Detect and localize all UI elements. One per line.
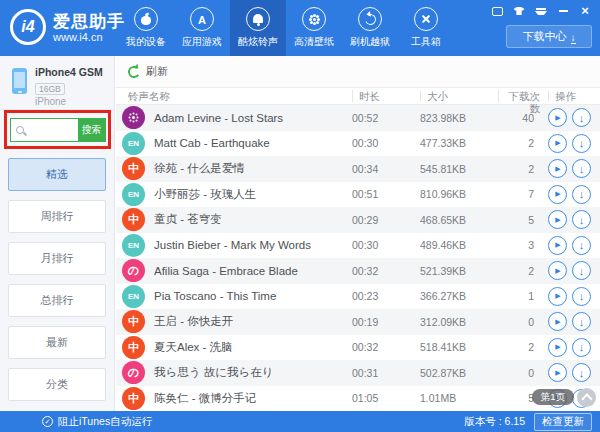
ringtone-duration: 00:31 bbox=[352, 367, 420, 379]
table-row: の Afilia Saga - Embrace Blade 00:32 521.… bbox=[116, 258, 600, 284]
skin-theme-icon[interactable] bbox=[513, 5, 525, 17]
download-center-button[interactable]: 下载中心 bbox=[506, 25, 592, 48]
ringtone-panel: 刷新 铃声名称 时长 大小 下载次数 操作 Adam Levine - Lost… bbox=[116, 56, 600, 411]
table-row: EN 小野丽莎 - 玫瑰人生 00:51 810.96KB 7 bbox=[116, 182, 600, 208]
sidebar-category-button[interactable]: 月排行 bbox=[8, 242, 106, 275]
download-button[interactable] bbox=[572, 261, 591, 280]
sidebar-category-button[interactable]: 周排行 bbox=[8, 200, 106, 233]
column-actions: 操作 bbox=[548, 90, 600, 102]
category-menu: 精选周排行月排行总排行最新分类 bbox=[8, 158, 106, 401]
chinese-category-icon: 中 bbox=[122, 157, 145, 180]
download-button[interactable] bbox=[572, 236, 591, 255]
play-button[interactable] bbox=[548, 236, 567, 255]
ringtone-downloads: 2 bbox=[498, 265, 548, 277]
download-button[interactable] bbox=[572, 185, 591, 204]
play-button[interactable] bbox=[548, 210, 567, 229]
nav-label: 刷机越狱 bbox=[350, 35, 390, 49]
logo-i4-icon: i4 bbox=[10, 9, 46, 45]
download-button[interactable] bbox=[572, 338, 591, 357]
table-header: 铃声名称 时长 大小 下载次数 操作 bbox=[116, 88, 600, 105]
ringtone-downloads: 1 bbox=[498, 290, 548, 302]
play-button[interactable] bbox=[548, 363, 567, 382]
main-menu-icon[interactable] bbox=[535, 5, 547, 17]
ringtone-size: 468.65KB bbox=[420, 214, 498, 226]
app-title: 爱思助手 bbox=[53, 12, 125, 31]
check-update-button[interactable]: 检查更新 bbox=[534, 413, 592, 431]
english-category-icon: EN bbox=[122, 132, 145, 155]
download-button[interactable] bbox=[572, 159, 591, 178]
nav-item[interactable]: 高清壁纸 bbox=[286, 0, 342, 56]
app-url: www.i4.cn bbox=[53, 31, 125, 43]
sidebar-category-button[interactable]: 分类 bbox=[8, 368, 106, 401]
device-info: iPhone4 GSM 16GB iPhone bbox=[0, 56, 114, 110]
back-to-top-button[interactable] bbox=[577, 388, 596, 407]
ringtone-name: Pia Toscano - This Time bbox=[154, 290, 352, 302]
play-button[interactable] bbox=[548, 108, 567, 127]
refresh-button[interactable]: 刷新 bbox=[146, 64, 168, 79]
appstore-icon bbox=[198, 10, 206, 28]
table-row: 中 陈奂仁 - 微博分手记 01:05 1.01MB 5 bbox=[116, 386, 600, 412]
japanese-category-icon: の bbox=[122, 361, 145, 384]
sidebar-category-button[interactable]: 最新 bbox=[8, 326, 106, 359]
table-row: EN Matt Cab - Earthquake 00:30 477.33KB … bbox=[116, 131, 600, 157]
download-button[interactable] bbox=[572, 363, 591, 382]
table-row: EN Pia Toscano - This Time 00:23 366.27K… bbox=[116, 284, 600, 310]
nav-item[interactable]: 应用游戏 bbox=[174, 0, 230, 56]
ringtone-name: Afilia Saga - Embrace Blade bbox=[154, 265, 352, 277]
ringtone-name: 王启 - 你快走开 bbox=[154, 314, 352, 329]
ringtone-downloads: 5 bbox=[498, 214, 548, 226]
sidebar: iPhone4 GSM 16GB iPhone 搜索 精选周排行月排行总排行最新… bbox=[0, 56, 115, 411]
play-button[interactable] bbox=[548, 134, 567, 153]
ringtone-duration: 00:29 bbox=[352, 214, 420, 226]
app-window: { "colors": { "topbar_blue": "#2e7ce2", … bbox=[0, 0, 600, 432]
download-button[interactable] bbox=[572, 134, 591, 153]
download-button[interactable] bbox=[572, 287, 591, 306]
search-input[interactable] bbox=[27, 119, 78, 141]
feedback-icon[interactable] bbox=[491, 5, 503, 17]
ringtone-duration: 00:32 bbox=[352, 341, 420, 353]
nav-label: 高清壁纸 bbox=[294, 35, 334, 49]
play-button[interactable] bbox=[548, 159, 567, 178]
block-itunes-toggle[interactable]: 阻止iTunes自动运行 bbox=[0, 415, 152, 429]
main-nav: 我的设备 应用游戏 酷炫铃声 高清壁纸 刷机越狱 工具箱 bbox=[118, 0, 454, 56]
toolbar: 刷新 bbox=[116, 56, 600, 88]
download-button[interactable] bbox=[572, 312, 591, 331]
device-capacity-badge: 16GB bbox=[35, 83, 65, 95]
play-button[interactable] bbox=[548, 185, 567, 204]
ringtone-duration: 00:30 bbox=[352, 239, 420, 251]
sidebar-category-button[interactable]: 精选 bbox=[8, 158, 106, 191]
column-downloads: 下载次数 bbox=[498, 90, 548, 102]
close-icon[interactable] bbox=[579, 5, 591, 17]
play-button[interactable] bbox=[548, 261, 567, 280]
ringtone-size: 366.27KB bbox=[420, 290, 498, 302]
play-button[interactable] bbox=[548, 338, 567, 357]
nav-item[interactable]: 酷炫铃声 bbox=[230, 0, 286, 56]
play-button[interactable] bbox=[548, 312, 567, 331]
english-category-icon: EN bbox=[122, 183, 145, 206]
nav-item[interactable]: 工具箱 bbox=[398, 0, 454, 56]
ringtone-downloads: 0 bbox=[498, 367, 548, 379]
search-button[interactable]: 搜索 bbox=[78, 119, 105, 141]
chinese-category-icon: 中 bbox=[122, 336, 145, 359]
nav-label: 我的设备 bbox=[126, 35, 166, 49]
refresh-icon bbox=[127, 65, 141, 79]
ringtone-downloads: 40 bbox=[498, 112, 548, 124]
table-row: EN Justin Bieber - Mark My Words 00:30 4… bbox=[116, 233, 600, 259]
status-bar: 阻止iTunes自动运行 版本号 : 6.15 检查更新 bbox=[0, 411, 600, 432]
ringtone-duration: 00:52 bbox=[352, 112, 420, 124]
window-controls bbox=[491, 5, 591, 17]
nav-item[interactable]: 我的设备 bbox=[118, 0, 174, 56]
download-button[interactable] bbox=[572, 108, 591, 127]
western-category-icon bbox=[122, 106, 145, 129]
ringtone-name: 徐苑 - 什么是爱情 bbox=[154, 161, 352, 176]
download-arrow-icon bbox=[571, 31, 576, 43]
minimize-icon[interactable] bbox=[557, 5, 569, 17]
ringtone-name: 夏天Alex - 洗脑 bbox=[154, 340, 352, 355]
play-button[interactable] bbox=[548, 287, 567, 306]
ringtone-size: 477.33KB bbox=[420, 137, 498, 149]
nav-item[interactable]: 刷机越狱 bbox=[342, 0, 398, 56]
download-button[interactable] bbox=[572, 210, 591, 229]
sidebar-category-button[interactable]: 总排行 bbox=[8, 284, 106, 317]
ringtone-downloads: 2 bbox=[498, 341, 548, 353]
ringtone-size: 521.39KB bbox=[420, 265, 498, 277]
